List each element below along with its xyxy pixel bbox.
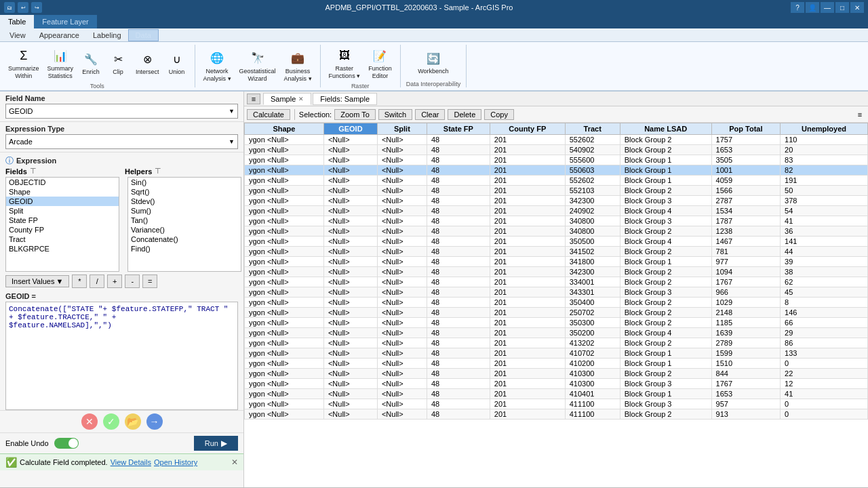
table-row[interactable]: ygon <Null><Null><Null>48201552602Block … [245, 176, 868, 186]
operator-add[interactable]: + [107, 274, 122, 288]
field-name-select[interactable]: GEOID ▼ [5, 104, 238, 119]
function-editor-button[interactable]: 📝 FunctionEditor [366, 45, 395, 81]
table-row[interactable]: ygon <Null><Null><Null>48201342300Block … [245, 267, 868, 277]
col-namelsd[interactable]: Name LSAD [620, 123, 711, 135]
clip-button[interactable]: ✂ Clip [106, 48, 130, 77]
close-button[interactable]: ✕ [850, 2, 864, 13]
table-row[interactable]: ygon <Null><Null><Null>48201410401Block … [245, 389, 868, 399]
copy-button[interactable]: Copy [484, 109, 514, 120]
helper-concatenate[interactable]: Concatenate() [128, 235, 241, 244]
col-tract[interactable]: Tract [565, 123, 620, 135]
help-button[interactable]: ? [791, 2, 804, 13]
fields-list[interactable]: OBJECTID Shape GEOID Split State FP Coun… [5, 177, 119, 272]
table-row[interactable]: ygon <Null><Null><Null>48201410300Block … [245, 369, 868, 379]
table-container[interactable]: Shape GEOID Split State FP County FP Tra… [244, 123, 868, 487]
field-tract[interactable]: Tract [6, 235, 119, 244]
open-history-link[interactable]: Open History [154, 458, 197, 466]
sample-tab-close[interactable]: ✕ [298, 96, 304, 102]
table-row[interactable]: ygon <Null><Null><Null>48201411100Block … [245, 399, 868, 409]
tab-table[interactable]: Table [0, 15, 34, 28]
sign-in-button[interactable]: 👤 [806, 2, 819, 13]
table-row[interactable]: ygon <Null><Null><Null>48201340800Block … [245, 226, 868, 237]
table-row[interactable]: ygon <Null><Null><Null>48201250702Block … [245, 308, 868, 318]
operator-divide[interactable]: / [90, 274, 104, 288]
delete-button[interactable]: Delete [448, 109, 481, 120]
table-row[interactable]: ygon <Null><Null><Null>48201410300Block … [245, 379, 868, 389]
col-shape[interactable]: Shape [245, 123, 324, 135]
view-details-link[interactable]: View Details [111, 458, 151, 466]
business-analysis-button[interactable]: 💼 BusinessAnalysis ▾ [281, 47, 315, 84]
helper-variance[interactable]: Variance() [128, 225, 241, 235]
tab-fields-sample[interactable]: Fields: Sample [313, 93, 377, 105]
table-row[interactable]: ygon <Null><Null><Null>48201342300Block … [245, 196, 868, 206]
table-row[interactable]: ygon <Null><Null><Null>48201410200Block … [245, 359, 868, 369]
tab-sample[interactable]: Sample ✕ [263, 93, 311, 105]
save-expression-button[interactable]: → [146, 413, 163, 430]
table-menu-button[interactable]: ≡ [247, 94, 260, 104]
zoom-to-button[interactable]: Zoom To [334, 109, 376, 120]
geostatistical-wizard-button[interactable]: 🔭 GeostatisticalWizard [237, 47, 279, 84]
fl-tab-data[interactable]: Data [128, 29, 159, 41]
clear-button[interactable]: Clear [415, 109, 445, 120]
network-analysis-button[interactable]: 🌐 NetworkAnalysis ▾ [201, 47, 234, 84]
helper-sin[interactable]: Sin() [128, 178, 241, 187]
fl-tab-labeling[interactable]: Labeling [86, 30, 128, 41]
load-expression-button[interactable]: 📂 [125, 413, 141, 430]
table-row[interactable]: ygon <Null><Null><Null>48201240902Block … [245, 206, 868, 216]
enrich-button[interactable]: 🔧 Enrich [79, 48, 103, 77]
insert-values-button[interactable]: Insert Values ▼ [5, 275, 69, 287]
field-statefp[interactable]: State FP [6, 216, 119, 225]
helper-stdev[interactable]: Stdev() [128, 197, 241, 206]
operator-equals[interactable]: = [142, 274, 157, 288]
helper-tan[interactable]: Tan() [128, 216, 241, 225]
helpers-list[interactable]: Sin() Sqrt() Stdev() Sum() Tan() Varianc… [127, 177, 241, 272]
helpers-filter-icon[interactable]: ⊤ [155, 167, 161, 176]
table-row[interactable]: ygon <Null><Null><Null>48201350200Block … [245, 328, 868, 338]
expression-type-select[interactable]: Arcade ▼ [5, 134, 238, 149]
tab-feature-layer[interactable]: Feature Layer [34, 15, 96, 28]
operator-subtract[interactable]: - [125, 274, 140, 288]
run-button[interactable]: Run ▶ [194, 436, 238, 451]
fl-tab-appearance[interactable]: Appearance [33, 30, 86, 41]
field-geoid[interactable]: GEOID [6, 197, 119, 206]
col-pop[interactable]: Pop Total [711, 123, 781, 135]
table-row[interactable]: ygon <Null><Null><Null>48201343301Block … [245, 287, 868, 298]
table-row[interactable]: ygon <Null><Null><Null>48201555600Block … [245, 155, 868, 165]
table-row[interactable]: ygon <Null><Null><Null>48201341502Block … [245, 247, 868, 257]
operator-multiply[interactable]: * [72, 274, 87, 288]
table-row[interactable]: ygon <Null><Null><Null>48201550603Block … [245, 165, 868, 176]
table-row[interactable]: ygon <Null><Null><Null>48201411100Block … [245, 409, 868, 420]
expression-code-area[interactable]: Concatenate(["STATE "+ $feature.STATEFP,… [5, 302, 238, 410]
table-row[interactable]: ygon <Null><Null><Null>48201552602Block … [245, 135, 868, 145]
raster-functions-button[interactable]: 🖼 RasterFunctions ▾ [326, 45, 363, 81]
helper-sqrt[interactable]: Sqrt() [128, 187, 241, 197]
field-blkgrpce[interactable]: BLKGRPCE [6, 244, 119, 253]
table-row[interactable]: ygon <Null><Null><Null>48201350500Block … [245, 237, 868, 247]
intersect-button[interactable]: ⊗ Intersect [133, 48, 162, 77]
col-unemp[interactable]: Unemployed [781, 123, 868, 135]
field-split[interactable]: Split [6, 206, 119, 216]
enable-undo-toggle[interactable] [54, 438, 79, 449]
table-row[interactable]: ygon <Null><Null><Null>48201350300Block … [245, 318, 868, 328]
union-button[interactable]: ∪ Union [165, 48, 189, 77]
table-row[interactable]: ygon <Null><Null><Null>48201413202Block … [245, 338, 868, 348]
table-options-button[interactable]: ≡ [854, 110, 865, 119]
fields-filter-icon[interactable]: ⊤ [30, 167, 37, 176]
col-statefp[interactable]: State FP [427, 123, 490, 135]
table-row[interactable]: ygon <Null><Null><Null>48201341800Block … [245, 257, 868, 267]
minimize-button[interactable]: — [821, 2, 834, 13]
field-countyfp[interactable]: County FP [6, 225, 119, 235]
verify-expression-button[interactable]: ✓ [103, 413, 119, 430]
calculate-button[interactable]: Calculate [247, 109, 290, 120]
field-shape[interactable]: Shape [6, 187, 119, 197]
table-row[interactable]: ygon <Null><Null><Null>48201350400Block … [245, 298, 868, 308]
expression-info-icon[interactable]: ⓘ [5, 155, 14, 167]
helper-find[interactable]: Find() [128, 244, 241, 253]
table-row[interactable]: ygon <Null><Null><Null>48201334001Block … [245, 277, 868, 287]
table-row[interactable]: ygon <Null><Null><Null>48201540902Block … [245, 145, 868, 155]
table-row[interactable]: ygon <Null><Null><Null>48201410702Block … [245, 348, 868, 359]
col-split[interactable]: Split [377, 123, 427, 135]
summarize-within-button[interactable]: Σ SummarizeWithin [5, 45, 42, 81]
summary-statistics-button[interactable]: 📊 SummaryStatistics [45, 45, 77, 81]
table-row[interactable]: ygon <Null><Null><Null>48201552103Block … [245, 186, 868, 196]
